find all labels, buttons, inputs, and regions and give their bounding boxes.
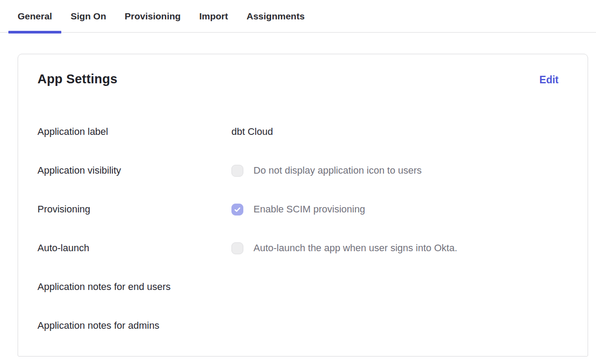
row-application-label: Application label dbt Cloud [37, 126, 568, 138]
field-label: Provisioning [37, 203, 231, 215]
scim-provisioning-checkbox-label: Enable SCIM provisioning [253, 203, 365, 215]
visibility-checkbox[interactable] [231, 165, 243, 177]
row-auto-launch: Auto-launch Auto-launch the app when use… [37, 242, 568, 254]
provisioning-check-group: Enable SCIM provisioning [231, 203, 365, 215]
field-label: Application notes for end users [37, 281, 231, 293]
tab-general[interactable]: General [8, 0, 61, 32]
application-label-value: dbt Cloud [231, 126, 273, 138]
card-title: App Settings [37, 72, 117, 86]
edit-link[interactable]: Edit [540, 74, 559, 86]
auto-launch-checkbox-label: Auto-launch the app when user signs into… [253, 242, 457, 254]
tab-bar: General Sign On Provisioning Import Assi… [0, 0, 596, 33]
auto-launch-checkbox[interactable] [231, 242, 243, 254]
field-label: Application visibility [37, 164, 231, 177]
visibility-checkbox-label: Do not display application icon to users [253, 164, 422, 177]
row-notes-admins: Application notes for admins [37, 319, 568, 332]
card-header: App Settings Edit [37, 72, 568, 86]
row-application-visibility: Application visibility Do not display ap… [37, 164, 568, 177]
tab-import[interactable]: Import [190, 0, 237, 32]
row-provisioning: Provisioning Enable SCIM provisioning [37, 203, 568, 215]
tab-sign-on[interactable]: Sign On [61, 0, 115, 32]
field-label: Auto-launch [37, 242, 231, 254]
field-label: Application label [37, 126, 231, 138]
row-notes-end-users: Application notes for end users [37, 281, 568, 293]
field-label: Application notes for admins [37, 319, 231, 332]
tab-assignments[interactable]: Assignments [237, 0, 314, 32]
checkmark-icon [234, 206, 241, 213]
tab-provisioning[interactable]: Provisioning [115, 0, 190, 32]
scim-provisioning-checkbox[interactable] [231, 204, 243, 215]
app-settings-card: App Settings Edit Application label dbt … [18, 54, 588, 357]
auto-launch-check-group: Auto-launch the app when user signs into… [231, 242, 457, 254]
visibility-check-group: Do not display application icon to users [231, 164, 422, 177]
